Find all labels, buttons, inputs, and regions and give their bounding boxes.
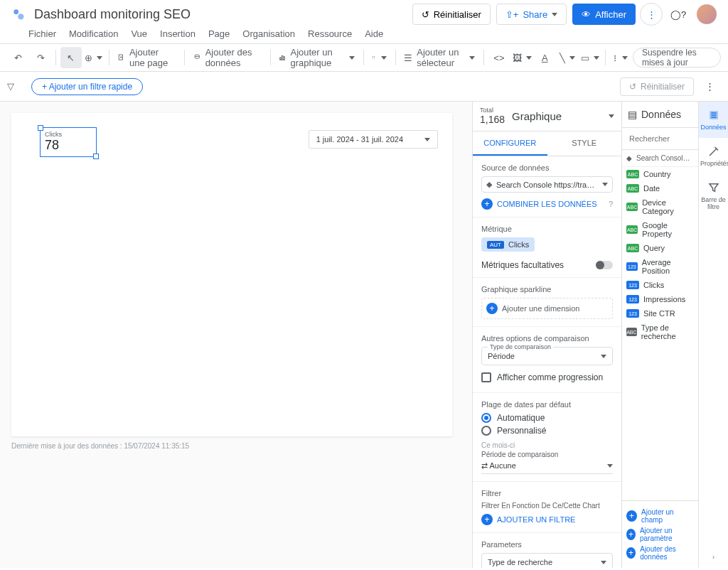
optional-metrics-label: Métriques facultatives bbox=[481, 260, 564, 270]
optional-metrics-toggle[interactable] bbox=[596, 261, 613, 269]
field-label: Device Category bbox=[642, 198, 694, 215]
add-data-link[interactable]: +Ajouter des données bbox=[626, 545, 694, 561]
menu-file[interactable]: Fichier bbox=[28, 28, 56, 39]
tab-style[interactable]: STYLE bbox=[547, 131, 622, 156]
add-dimension-button[interactable]: + Ajouter une dimension bbox=[481, 298, 613, 319]
add-filter-button[interactable]: + AJOUTER UN FILTRE bbox=[481, 514, 613, 525]
field-item[interactable]: 123Average Position bbox=[622, 255, 698, 278]
menubar: Fichier Modification Vue Insertion Page … bbox=[0, 28, 728, 43]
show-progression-checkbox[interactable] bbox=[481, 372, 491, 382]
field-search-input[interactable] bbox=[626, 132, 694, 145]
field-item[interactable]: ABCGoogle Property bbox=[622, 218, 698, 241]
search-console-icon: ◆ bbox=[626, 154, 632, 162]
radio-auto[interactable] bbox=[481, 413, 491, 423]
parameters-label: Parameters bbox=[481, 540, 613, 549]
field-type-badge: 123 bbox=[626, 281, 639, 289]
menu-page[interactable]: Page bbox=[208, 28, 230, 39]
zoom-tool[interactable]: ⊕ bbox=[83, 47, 105, 68]
menu-help[interactable]: Aide bbox=[365, 28, 383, 39]
report-canvas[interactable]: Clicks 78 1 juil. 2024 - 31 juil. 2024 bbox=[11, 113, 452, 436]
help-icon[interactable]: ? bbox=[609, 200, 613, 208]
compare-period-select[interactable]: ⇄ Aucune bbox=[481, 458, 613, 474]
date-range-label: Plage de dates par défaut bbox=[481, 400, 613, 409]
compare-period-label: Période de comparaison bbox=[481, 451, 613, 458]
field-type-badge: 123 bbox=[626, 295, 639, 303]
data-panel-title: Données bbox=[641, 109, 681, 120]
line-button[interactable]: ╲ bbox=[557, 47, 578, 68]
svg-point-9 bbox=[373, 58, 373, 58]
quick-insert-button[interactable] bbox=[368, 47, 390, 68]
field-item[interactable]: 123Site CTR bbox=[622, 306, 698, 321]
suspend-updates-button[interactable]: Suspendre les mises à jour bbox=[633, 48, 721, 68]
right-rail: Données Propriétés Barre de filtre › bbox=[698, 102, 728, 568]
redo-button[interactable]: ↷ bbox=[30, 47, 51, 68]
field-type-badge: ABC bbox=[626, 244, 639, 252]
add-data-button[interactable]: Ajouter des données bbox=[189, 47, 266, 68]
rail-expand[interactable]: › bbox=[699, 547, 728, 568]
menu-resource[interactable]: Ressource bbox=[308, 28, 352, 39]
shape-button[interactable]: ▭ bbox=[579, 47, 601, 68]
page-title[interactable]: Dashboard monitoring SEO bbox=[34, 7, 191, 22]
field-item[interactable]: 123Clicks bbox=[622, 278, 698, 292]
select-tool[interactable]: ↖ bbox=[60, 47, 82, 68]
rail-filterbar[interactable]: Barre de filtre bbox=[699, 174, 728, 217]
data-source-chip[interactable]: ◆ Search Console https://transfonumeriqu… bbox=[481, 176, 613, 193]
rail-properties[interactable]: Propriétés bbox=[699, 138, 728, 174]
field-item[interactable]: ABCQuery bbox=[622, 241, 698, 255]
add-selector-button[interactable]: ☰ Ajouter un sélecteur bbox=[400, 47, 479, 68]
svg-point-0 bbox=[14, 9, 18, 14]
date-range-control[interactable]: 1 juil. 2024 - 31 juil. 2024 bbox=[309, 130, 438, 149]
undo-button[interactable]: ↶ bbox=[7, 47, 28, 68]
field-item[interactable]: ABCDevice Category bbox=[622, 195, 698, 218]
filterbar-more-button[interactable]: ⋮ bbox=[698, 75, 721, 98]
radio-custom[interactable] bbox=[481, 426, 491, 436]
share-button[interactable]: ⇧+Share bbox=[496, 4, 567, 25]
compare-type-select[interactable]: Type de comparaison Période bbox=[481, 347, 613, 365]
tab-configure[interactable]: CONFIGURER bbox=[473, 131, 547, 156]
text-button[interactable]: A bbox=[534, 47, 555, 68]
rail-data[interactable]: Données bbox=[699, 102, 728, 138]
scorecard-value: 78 bbox=[45, 138, 92, 153]
menu-view[interactable]: Vue bbox=[131, 28, 147, 39]
view-button[interactable]: 👁Afficher bbox=[572, 4, 636, 25]
more-options-button[interactable]: ⋮ bbox=[640, 3, 663, 26]
field-label: Impressions bbox=[643, 295, 685, 303]
filter-icon[interactable]: ▽ bbox=[7, 81, 14, 92]
field-item[interactable]: 123Impressions bbox=[622, 292, 698, 306]
add-field-link[interactable]: +Ajouter un champ bbox=[626, 508, 694, 524]
avatar[interactable] bbox=[697, 4, 717, 24]
field-label: Average Position bbox=[642, 258, 694, 275]
menu-organize[interactable]: Organisation bbox=[242, 28, 295, 39]
add-page-button[interactable]: Ajouter une page bbox=[113, 47, 180, 68]
scorecard-component[interactable]: Clicks 78 bbox=[40, 127, 97, 157]
field-item[interactable]: ABCDate bbox=[622, 181, 698, 195]
filterbar-reset-button[interactable]: ↺ Réinitialiser bbox=[620, 77, 694, 96]
field-type-badge: ABC bbox=[626, 184, 639, 193]
parameter-select[interactable]: Type de recherche bbox=[481, 553, 613, 568]
theme-button[interactable]: ⫶ bbox=[610, 47, 631, 68]
embed-button[interactable]: <> bbox=[488, 47, 510, 68]
field-label: Clicks bbox=[643, 281, 664, 289]
add-quick-filter-chip[interactable]: + Ajouter un filtre rapide bbox=[31, 78, 143, 95]
total-value: 1,168 bbox=[480, 114, 505, 125]
menu-insert[interactable]: Insertion bbox=[160, 28, 196, 39]
add-param-link[interactable]: +Ajouter un paramètre bbox=[626, 527, 694, 542]
config-panel: Total 1,168 Graphique CONFIGURER STYLE S… bbox=[472, 102, 621, 568]
combine-data-button[interactable]: + COMBINER LES DONNÉES ? bbox=[481, 198, 613, 210]
help-icon[interactable]: ◯? bbox=[667, 3, 690, 26]
source-label: Source de données bbox=[481, 163, 613, 172]
data-source-name[interactable]: ◆ Search Console https:... bbox=[622, 150, 698, 167]
config-title: Graphique bbox=[512, 110, 609, 122]
data-icon: ▤ bbox=[628, 109, 637, 120]
add-chart-button[interactable]: Ajouter un graphique bbox=[274, 47, 358, 68]
field-item[interactable]: ABCCountry bbox=[622, 167, 698, 181]
chart-type-dropdown[interactable] bbox=[609, 114, 614, 118]
canvas-area[interactable]: Clicks 78 1 juil. 2024 - 31 juil. 2024 D… bbox=[0, 102, 472, 568]
image-button[interactable]: 🖼 bbox=[511, 47, 532, 68]
field-item[interactable]: ABCType de recherche bbox=[622, 321, 698, 343]
plus-icon: + bbox=[486, 303, 498, 314]
menu-edit[interactable]: Modification bbox=[69, 28, 118, 39]
this-month-label: Ce mois-ci bbox=[481, 441, 613, 449]
reset-button[interactable]: ↺Réinitialiser bbox=[412, 4, 491, 25]
metric-chip[interactable]: AUT Clicks bbox=[481, 237, 535, 252]
